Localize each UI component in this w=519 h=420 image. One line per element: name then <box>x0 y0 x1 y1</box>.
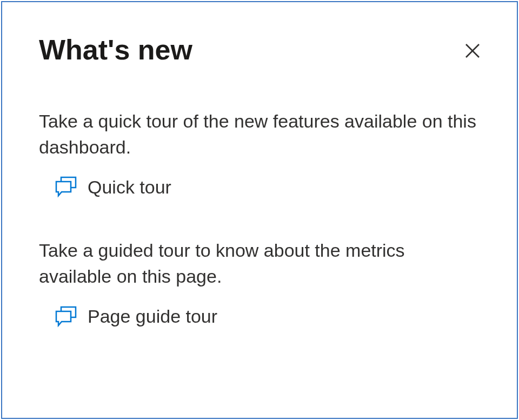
panel-title: What's new <box>39 35 192 65</box>
close-button[interactable] <box>461 39 484 64</box>
quick-tour-description: Take a quick tour of the new features av… <box>39 109 480 160</box>
quick-tour-label: Quick tour <box>88 177 171 198</box>
quick-tour-link[interactable]: Quick tour <box>39 175 480 199</box>
chat-icon <box>54 175 78 199</box>
whats-new-panel: What's new Take a quick tour of the new … <box>1 1 518 419</box>
panel-header: What's new <box>39 35 480 65</box>
page-guide-tour-link[interactable]: Page guide tour <box>39 305 480 329</box>
close-icon <box>463 54 482 62</box>
page-guide-description: Take a guided tour to know about the met… <box>39 238 480 289</box>
chat-icon <box>54 305 78 329</box>
page-guide-tour-label: Page guide tour <box>88 306 217 327</box>
